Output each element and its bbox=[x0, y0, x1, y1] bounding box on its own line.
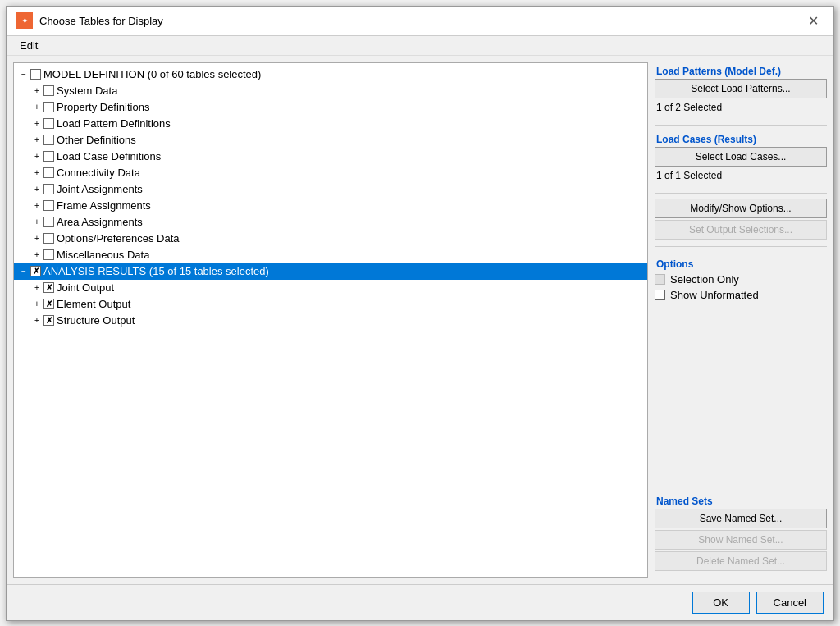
cb-property-def[interactable] bbox=[43, 102, 54, 112]
selection-only-row: Selection Only bbox=[655, 272, 827, 287]
expand-joint-assign[interactable]: + bbox=[30, 183, 43, 196]
tree-row-element-output[interactable]: + Element Output bbox=[14, 296, 647, 313]
label-area-assign: Area Assignments bbox=[57, 216, 143, 228]
modify-show-options-button[interactable]: Modify/Show Options... bbox=[655, 199, 827, 218]
expand-element-output[interactable]: + bbox=[30, 298, 43, 311]
expand-load-pattern-def[interactable]: + bbox=[30, 117, 43, 130]
label-analysis-results: ANALYSIS RESULTS (15 of 15 tables select… bbox=[43, 265, 269, 277]
tree-row-other-def[interactable]: + Other Definitions bbox=[14, 132, 647, 149]
selection-only-checkbox[interactable] bbox=[655, 274, 665, 285]
expand-misc-data[interactable]: + bbox=[30, 249, 43, 262]
dialog: ✦ Choose Tables for Display ✕ Edit − MOD… bbox=[6, 6, 834, 621]
cb-load-pattern-def[interactable] bbox=[43, 118, 54, 129]
content-area: − MODEL DEFINITION (0 of 60 tables selec… bbox=[7, 56, 833, 584]
tree-row-joint-assign[interactable]: + Joint Assignments bbox=[14, 181, 647, 198]
label-load-case-def: Load Case Definitions bbox=[57, 150, 161, 162]
tree-panel: − MODEL DEFINITION (0 of 60 tables selec… bbox=[13, 62, 648, 578]
tree-row-misc-data[interactable]: + Miscellaneous Data bbox=[14, 247, 647, 263]
select-load-patterns-button[interactable]: Select Load Patterns... bbox=[655, 79, 827, 98]
cb-element-output[interactable] bbox=[43, 299, 54, 309]
cb-other-def[interactable] bbox=[43, 135, 54, 145]
tree-row-model-def[interactable]: − MODEL DEFINITION (0 of 60 tables selec… bbox=[14, 66, 647, 83]
expand-property-def[interactable]: + bbox=[30, 101, 43, 114]
expand-system-data[interactable]: + bbox=[30, 85, 43, 98]
show-unformatted-row: Show Unformatted bbox=[655, 287, 827, 303]
cb-system-data[interactable] bbox=[43, 85, 54, 96]
tree-row-property-def[interactable]: + Property Definitions bbox=[14, 99, 647, 116]
delete-named-set-button[interactable]: Delete Named Set... bbox=[655, 551, 827, 571]
tree-row-structure-output[interactable]: + Structure Output bbox=[14, 313, 647, 329]
dialog-title: Choose Tables for Display bbox=[39, 15, 163, 27]
label-joint-assign: Joint Assignments bbox=[57, 183, 143, 195]
cb-connectivity-data[interactable] bbox=[43, 167, 54, 178]
select-load-cases-button[interactable]: Select Load Cases... bbox=[655, 147, 827, 167]
label-options-pref: Options/Preferences Data bbox=[57, 232, 180, 244]
label-load-pattern-def: Load Pattern Definitions bbox=[57, 117, 171, 130]
divider-2 bbox=[655, 193, 827, 194]
close-button[interactable]: ✕ bbox=[803, 11, 824, 30]
load-cases-status: 1 of 1 Selected bbox=[655, 168, 827, 183]
options-title: Options bbox=[655, 255, 827, 272]
bottom-bar: OK Cancel bbox=[7, 584, 833, 620]
show-named-set-button[interactable]: Show Named Set... bbox=[655, 530, 827, 550]
label-element-output: Element Output bbox=[57, 298, 130, 310]
spacer bbox=[655, 308, 827, 482]
title-bar: ✦ Choose Tables for Display ✕ bbox=[7, 7, 833, 36]
edit-menu[interactable]: Edit bbox=[16, 38, 41, 53]
tree-row-system-data[interactable]: + System Data bbox=[14, 83, 647, 99]
right-panel: Load Patterns (Model Def.) Select Load P… bbox=[655, 62, 827, 578]
cb-joint-output[interactable] bbox=[43, 282, 54, 293]
expand-structure-output[interactable]: + bbox=[30, 314, 43, 327]
expand-connectivity-data[interactable]: + bbox=[30, 167, 43, 180]
tree-row-load-case-def[interactable]: + Load Case Definitions bbox=[14, 149, 647, 165]
cancel-button[interactable]: Cancel bbox=[756, 592, 824, 614]
tree-row-joint-output[interactable]: + Joint Output bbox=[14, 280, 647, 296]
tree-row-load-pattern-def[interactable]: + Load Pattern Definitions bbox=[14, 116, 647, 132]
cb-structure-output[interactable] bbox=[43, 315, 54, 326]
expand-model-def[interactable]: − bbox=[17, 68, 30, 81]
label-model-def: MODEL DEFINITION (0 of 60 tables selecte… bbox=[43, 68, 261, 80]
set-output-selections-button[interactable]: Set Output Selections... bbox=[655, 220, 827, 240]
load-patterns-section: Load Patterns (Model Def.) Select Load P… bbox=[655, 62, 827, 115]
load-cases-section: Load Cases (Results) Select Load Cases..… bbox=[655, 130, 827, 183]
expand-frame-assign[interactable]: + bbox=[30, 199, 43, 212]
load-patterns-title: Load Patterns (Model Def.) bbox=[655, 62, 827, 79]
cb-area-assign[interactable] bbox=[43, 217, 54, 227]
cb-model-def[interactable] bbox=[30, 69, 41, 80]
tree-row-area-assign[interactable]: + Area Assignments bbox=[14, 214, 647, 231]
options-section: Options Selection Only Show Unformatted bbox=[655, 255, 827, 303]
cb-load-case-def[interactable] bbox=[43, 151, 54, 162]
cb-options-pref[interactable] bbox=[43, 233, 54, 244]
divider-1 bbox=[655, 125, 827, 126]
cb-joint-assign[interactable] bbox=[43, 184, 54, 194]
ok-button[interactable]: OK bbox=[692, 592, 750, 614]
show-unformatted-checkbox[interactable] bbox=[655, 290, 665, 300]
menu-bar: Edit bbox=[7, 36, 833, 56]
app-icon: ✦ bbox=[16, 12, 33, 29]
label-frame-assign: Frame Assignments bbox=[57, 199, 151, 212]
cb-misc-data[interactable] bbox=[43, 249, 54, 260]
show-unformatted-label: Show Unformatted bbox=[670, 289, 759, 301]
load-cases-title: Load Cases (Results) bbox=[655, 130, 827, 147]
divider-3 bbox=[655, 246, 827, 247]
expand-other-def[interactable]: + bbox=[30, 134, 43, 147]
expand-load-case-def[interactable]: + bbox=[30, 150, 43, 163]
save-named-set-button[interactable]: Save Named Set... bbox=[655, 509, 827, 528]
tree-row-options-pref[interactable]: + Options/Preferences Data bbox=[14, 231, 647, 247]
cb-analysis-results[interactable] bbox=[30, 266, 41, 276]
expand-analysis-results[interactable]: − bbox=[17, 265, 30, 278]
expand-options-pref[interactable]: + bbox=[30, 232, 43, 245]
cb-frame-assign[interactable] bbox=[43, 200, 54, 211]
selection-only-label: Selection Only bbox=[670, 273, 739, 286]
expand-area-assign[interactable]: + bbox=[30, 216, 43, 229]
load-patterns-status: 1 of 2 Selected bbox=[655, 100, 827, 115]
label-joint-output: Joint Output bbox=[57, 281, 114, 294]
tree-row-frame-assign[interactable]: + Frame Assignments bbox=[14, 198, 647, 214]
tree-row-analysis-results[interactable]: − ANALYSIS RESULTS (15 of 15 tables sele… bbox=[14, 263, 647, 280]
expand-joint-output[interactable]: + bbox=[30, 281, 43, 295]
label-system-data: System Data bbox=[57, 85, 117, 97]
named-sets-title: Named Sets bbox=[655, 492, 827, 509]
named-sets-section: Named Sets Save Named Set... Show Named … bbox=[655, 492, 827, 573]
title-bar-left: ✦ Choose Tables for Display bbox=[16, 12, 163, 29]
tree-row-connectivity-data[interactable]: + Connectivity Data bbox=[14, 165, 647, 181]
